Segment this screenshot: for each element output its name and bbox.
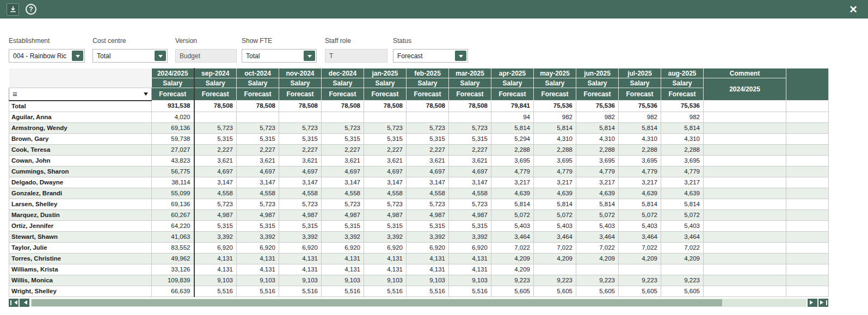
scroll-first-button[interactable] bbox=[9, 299, 19, 307]
cell-2024/2025[interactable]: 4,020 bbox=[152, 112, 194, 122]
cell-aug-2025[interactable]: 3,217 bbox=[661, 177, 704, 188]
cell-aug-2025[interactable]: 5,072 bbox=[661, 209, 704, 220]
cell-nov-2024[interactable]: 9,103 bbox=[279, 275, 322, 286]
cell-apr-2025[interactable]: 5,403 bbox=[491, 220, 534, 231]
cell-apr-2025[interactable]: 5,605 bbox=[491, 286, 534, 297]
cell-aug-2025[interactable]: 4,310 bbox=[661, 133, 704, 144]
cell-oct-2024[interactable]: 5,516 bbox=[237, 286, 279, 297]
cell-jan-2025[interactable]: 5,315 bbox=[364, 133, 407, 144]
cell-mar-2025[interactable]: 9,103 bbox=[449, 275, 491, 286]
cell-2024/2025[interactable]: 59,738 bbox=[152, 133, 194, 144]
cell-2024/2025[interactable]: 83,552 bbox=[152, 242, 194, 253]
cell-dec-2024[interactable]: 4,558 bbox=[322, 188, 364, 199]
comment-cell[interactable] bbox=[704, 188, 786, 199]
cell-feb-2025[interactable]: 5,315 bbox=[407, 133, 449, 144]
cell-aug-2025[interactable]: 3,695 bbox=[661, 155, 704, 166]
cell-jan-2025[interactable]: 9,103 bbox=[364, 275, 407, 286]
comment-cell[interactable] bbox=[704, 144, 786, 155]
cell-apr-2025[interactable]: 9,223 bbox=[491, 275, 534, 286]
cell-sep-2024[interactable]: 5,723 bbox=[194, 199, 237, 209]
cell-jan-2025[interactable]: 3,621 bbox=[364, 155, 407, 166]
cell-sep-2024[interactable]: 4,558 bbox=[194, 188, 237, 199]
column-header-nov-2024[interactable]: nov-2024 bbox=[279, 69, 322, 78]
cell-may-2025[interactable]: 982 bbox=[534, 112, 576, 122]
cell-oct-2024[interactable] bbox=[237, 112, 279, 122]
cell-feb-2025[interactable] bbox=[407, 112, 449, 122]
cell-may-2025[interactable]: 4,209 bbox=[534, 253, 576, 264]
comment-cell[interactable] bbox=[704, 242, 786, 253]
cell-apr-2025[interactable]: 94 bbox=[491, 112, 534, 122]
cell-nov-2024[interactable]: 3,392 bbox=[279, 231, 322, 242]
comment-cell[interactable] bbox=[704, 199, 786, 209]
cell-apr-2025[interactable]: 5,294 bbox=[491, 133, 534, 144]
cell-dec-2024[interactable]: 5,315 bbox=[322, 220, 364, 231]
cell-apr-2025[interactable]: 4,209 bbox=[491, 264, 534, 275]
cell-mar-2025[interactable]: 3,621 bbox=[449, 155, 491, 166]
cell-jul-2025[interactable]: 5,072 bbox=[619, 209, 661, 220]
cell-jan-2025[interactable]: 4,558 bbox=[364, 188, 407, 199]
cell-sep-2024[interactable]: 5,315 bbox=[194, 220, 237, 231]
comment-cell[interactable] bbox=[704, 177, 786, 188]
cell-oct-2024[interactable]: 5,315 bbox=[237, 133, 279, 144]
cell-nov-2024[interactable]: 4,558 bbox=[279, 188, 322, 199]
cell-jun-2025[interactable]: 5,814 bbox=[576, 122, 619, 133]
column-header-mar-2025[interactable]: mar-2025 bbox=[449, 69, 491, 78]
cell-sep-2024[interactable]: 4,131 bbox=[194, 253, 237, 264]
cell-oct-2024[interactable]: 5,723 bbox=[237, 199, 279, 209]
comment-cell[interactable] bbox=[704, 220, 786, 231]
cell-aug-2025[interactable]: 9,223 bbox=[661, 275, 704, 286]
cell-2024/2025[interactable]: 66,639 bbox=[152, 286, 194, 297]
cell-feb-2025[interactable]: 5,315 bbox=[407, 220, 449, 231]
cell-mar-2025[interactable]: 5,723 bbox=[449, 199, 491, 209]
cell-jul-2025[interactable]: 5,814 bbox=[619, 122, 661, 133]
chevron-down-icon[interactable] bbox=[72, 51, 83, 61]
cell-may-2025[interactable]: 4,310 bbox=[534, 133, 576, 144]
cell-jul-2025[interactable]: 3,464 bbox=[619, 231, 661, 242]
comment-cell[interactable] bbox=[704, 122, 786, 133]
cell-apr-2025[interactable]: 4,209 bbox=[491, 253, 534, 264]
cell-mar-2025[interactable] bbox=[449, 112, 491, 122]
cell-nov-2024[interactable] bbox=[279, 112, 322, 122]
cell-apr-2025[interactable]: 5,814 bbox=[491, 199, 534, 209]
cell-apr-2025[interactable]: 2,288 bbox=[491, 144, 534, 155]
cell-mar-2025[interactable]: 5,516 bbox=[449, 286, 491, 297]
cell-dec-2024[interactable]: 2,227 bbox=[322, 144, 364, 155]
column-header-jan-2025[interactable]: jan-2025 bbox=[364, 69, 407, 78]
cell-jun-2025[interactable]: 982 bbox=[576, 112, 619, 122]
cell-aug-2025[interactable]: 4,639 bbox=[661, 188, 704, 199]
column-header-2024/2025[interactable]: 2024/2025 bbox=[152, 69, 194, 78]
comment-cell[interactable] bbox=[704, 253, 786, 264]
cell-aug-2025[interactable]: 5,814 bbox=[661, 122, 704, 133]
cell-sep-2024[interactable] bbox=[194, 112, 237, 122]
cell-jul-2025[interactable]: 4,209 bbox=[619, 253, 661, 264]
comment-cell[interactable] bbox=[704, 286, 786, 297]
cell-mar-2025[interactable]: 4,987 bbox=[449, 209, 491, 220]
cell-dec-2024[interactable]: 5,516 bbox=[322, 286, 364, 297]
cell-jul-2025[interactable]: 3,217 bbox=[619, 177, 661, 188]
cell-jul-2025[interactable]: 4,310 bbox=[619, 133, 661, 144]
column-header-aug-2025[interactable]: aug-2025 bbox=[661, 69, 704, 78]
comment-cell[interactable] bbox=[704, 231, 786, 242]
cell-jun-2025[interactable]: 9,223 bbox=[576, 275, 619, 286]
cell-dec-2024[interactable] bbox=[322, 112, 364, 122]
comment-cell[interactable] bbox=[704, 166, 786, 177]
cell-feb-2025[interactable]: 3,147 bbox=[407, 177, 449, 188]
cell-jul-2025[interactable]: 7,022 bbox=[619, 242, 661, 253]
comment-column-header[interactable]: Comment bbox=[704, 69, 786, 78]
cell-jul-2025[interactable]: 5,605 bbox=[619, 286, 661, 297]
row-header-menu[interactable]: ≡ bbox=[9, 88, 152, 101]
cell-jan-2025[interactable]: 3,392 bbox=[364, 231, 407, 242]
cell-dec-2024[interactable]: 4,697 bbox=[322, 166, 364, 177]
cell-aug-2025[interactable]: 982 bbox=[661, 112, 704, 122]
column-header-apr-2025[interactable]: apr-2025 bbox=[491, 69, 534, 78]
scroll-right-button[interactable] bbox=[808, 299, 817, 307]
cell-apr-2025[interactable]: 5,072 bbox=[491, 209, 534, 220]
cell-nov-2024[interactable]: 5,315 bbox=[279, 133, 322, 144]
cell-oct-2024[interactable]: 5,723 bbox=[237, 122, 279, 133]
cell-oct-2024[interactable]: 4,987 bbox=[237, 209, 279, 220]
cell-sep-2024[interactable]: 6,920 bbox=[194, 242, 237, 253]
cell-jul-2025[interactable]: 982 bbox=[619, 112, 661, 122]
cell-2024/2025[interactable]: 27,027 bbox=[152, 144, 194, 155]
cell-feb-2025[interactable]: 4,558 bbox=[407, 188, 449, 199]
cell-jan-2025[interactable]: 4,131 bbox=[364, 253, 407, 264]
